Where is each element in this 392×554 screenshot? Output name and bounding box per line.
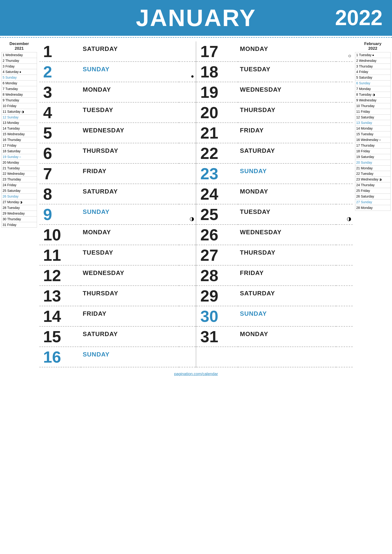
list-item: 11 Saturday◑: [2, 109, 37, 114]
list-item: 26 Saturday: [355, 194, 391, 200]
day-number: 5: [39, 123, 81, 143]
list-item: 21 Tuesday: [2, 165, 37, 171]
prev-calendar-table: 1 Wednesday2 Thursday3 Friday4 Saturday●…: [1, 52, 37, 228]
table-row: 2SUNDAY●18TUESDAY: [39, 62, 353, 82]
footer-link[interactable]: pagination.com/calendar: [174, 372, 218, 376]
moon-icon: [179, 225, 196, 245]
day-number: 16: [39, 347, 81, 367]
table-row: 8SATURDAY24MONDAY: [39, 184, 353, 204]
table-row: 3MONDAY19WEDNESDAY: [39, 82, 353, 102]
header-separator: [0, 37, 392, 38]
day-number: 15: [39, 326, 81, 347]
list-item: 6 Monday: [2, 81, 37, 86]
day-name: SATURDAY: [81, 42, 179, 62]
prev-calendar-title: December2021: [1, 42, 37, 51]
day-name: THURSDAY: [81, 286, 179, 306]
day-number: 2: [39, 62, 81, 82]
day-name: TUESDAY: [238, 204, 336, 225]
day-number: 23: [196, 163, 238, 184]
day-name: FRIDAY: [81, 163, 179, 184]
moon-icon: [179, 245, 196, 265]
list-item: 12 Saturday: [355, 114, 391, 120]
day-number: 29: [196, 286, 238, 306]
list-item: 26 Sunday: [2, 194, 37, 200]
day-number: 9: [39, 204, 81, 225]
list-item: 3 Friday: [2, 63, 37, 69]
list-item: 8 Wednesday: [2, 92, 37, 97]
day-name: FRIDAY: [238, 265, 336, 286]
table-row: 13THURSDAY29SATURDAY: [39, 286, 353, 306]
table-row: 14FRIDAY30SUNDAY: [39, 306, 353, 326]
day-number: 14: [39, 306, 81, 326]
list-item: 30 Thursday: [2, 216, 37, 222]
day-number: 8: [39, 184, 81, 204]
day-number: 22: [196, 143, 238, 163]
calendar-header: JANUARY 2022: [0, 0, 392, 36]
day-number: 6: [39, 143, 81, 163]
day-name: WEDNESDAY: [238, 225, 336, 245]
list-item: 13 Monday: [2, 120, 37, 126]
header-year: 2022: [335, 6, 383, 30]
moon-icon: [179, 143, 196, 163]
moon-icon: [336, 123, 353, 143]
day-number: 20: [196, 102, 238, 123]
moon-icon: [336, 286, 353, 306]
day-number: 24: [196, 184, 238, 204]
day-name: MONDAY: [238, 184, 336, 204]
day-number: 4: [39, 102, 81, 123]
table-row: 15SATURDAY31MONDAY: [39, 326, 353, 347]
list-item: 2 Wednesday: [355, 58, 391, 63]
day-number: 3: [39, 82, 81, 102]
day-number: 30: [196, 306, 238, 326]
moon-icon: [336, 163, 353, 184]
list-item: 10 Thursday: [355, 103, 391, 109]
main-layout: December2021 1 Wednesday2 Thursday3 Frid…: [0, 39, 392, 367]
list-item: 9 Thursday: [2, 97, 37, 103]
list-item: 5 Saturday: [355, 75, 391, 81]
list-item: 23 Thursday: [2, 177, 37, 182]
list-item: 23 Wednesday◑: [355, 177, 391, 182]
footer[interactable]: pagination.com/calendar: [0, 367, 392, 379]
list-item: 3 Thursday: [355, 63, 391, 69]
list-item: 25 Saturday: [2, 188, 37, 194]
day-name: TUESDAY: [81, 102, 179, 123]
list-item: 24 Friday: [2, 182, 37, 188]
list-item: 14 Tuesday: [2, 126, 37, 132]
day-name: THURSDAY: [81, 143, 179, 163]
list-item: 27 Sunday: [355, 199, 391, 205]
moon-icon: [336, 225, 353, 245]
day-number: 28: [196, 265, 238, 286]
list-item: 12 Sunday: [2, 114, 37, 120]
day-number: 12: [39, 265, 81, 286]
list-item: 28 Monday: [355, 205, 391, 211]
moon-icon: [179, 42, 196, 62]
list-item: 15 Wednesday: [2, 132, 37, 137]
day-number: 25: [196, 204, 238, 225]
day-number: 31: [196, 326, 238, 347]
moon-icon: [179, 102, 196, 123]
list-item: 7 Tuesday: [2, 86, 37, 92]
moon-icon: [336, 143, 353, 163]
moon-icon: [179, 123, 196, 143]
day-name: SATURDAY: [81, 326, 179, 347]
list-item: 31 Friday: [2, 222, 37, 228]
list-item: 22 Tuesday: [355, 171, 391, 177]
day-name: SATURDAY: [81, 184, 179, 204]
moon-icon: [179, 265, 196, 286]
day-name: SUNDAY: [81, 204, 179, 225]
header-month: JANUARY: [9, 4, 383, 32]
next-calendar-table: 1 Tuesday●2 Wednesday3 Thursday4 Friday5…: [355, 52, 391, 211]
day-name: SATURDAY: [238, 143, 336, 163]
list-item: 6 Sunday: [355, 81, 391, 86]
list-item: 28 Tuesday: [2, 205, 37, 211]
table-row: 11TUESDAY27THURSDAY: [39, 245, 353, 265]
day-name: SUNDAY: [238, 306, 336, 326]
day-number: 1: [39, 42, 81, 62]
day-name: MONDAY: [238, 326, 336, 347]
day-number: 11: [39, 245, 81, 265]
list-item: 29 Wednesday: [2, 211, 37, 216]
table-row: 7FRIDAY23SUNDAY: [39, 163, 353, 184]
day-name: MONDAY: [81, 82, 179, 102]
list-item: 1 Tuesday●: [355, 52, 391, 58]
table-row: 4TUESDAY20THURSDAY: [39, 102, 353, 123]
